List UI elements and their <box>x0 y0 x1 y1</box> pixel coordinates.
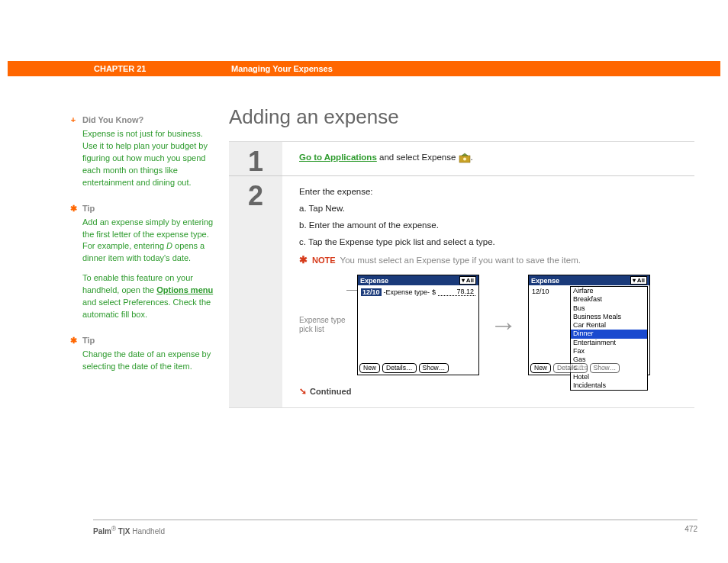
details-button[interactable]: Details… <box>553 363 587 373</box>
step-2-num: 2 <box>248 182 263 210</box>
step-1-text: Go to Applications and select Expense . <box>299 153 687 163</box>
continued-icon: ➘ <box>299 386 307 397</box>
type-option[interactable]: Breakfast <box>571 295 647 304</box>
pointer-line <box>346 290 357 291</box>
amount-field[interactable]: 78.12 <box>438 288 475 296</box>
category-dropdown[interactable]: ▾ All <box>630 276 647 285</box>
type-option[interactable]: Bus <box>571 304 647 313</box>
step-2-list: a. Tap New. b. Enter the amount of the e… <box>299 204 687 246</box>
step-1-num: 1 <box>248 148 263 175</box>
main-content: Adding an expense 1 Go to Applications a… <box>229 105 694 408</box>
tip1-body2: To enable this feature on your handheld,… <box>82 272 216 321</box>
asterisk-icon: ✱ <box>69 203 78 215</box>
type-option[interactable]: Entertainment <box>571 339 647 347</box>
screen-title: Expense <box>531 277 559 285</box>
type-option[interactable]: Car Rental <box>571 321 647 330</box>
new-button[interactable]: New <box>530 363 551 373</box>
svg-point-2 <box>463 158 466 161</box>
footer: Palm® T|X Handheld 472 <box>93 520 697 536</box>
arrow-right-icon: → <box>490 309 517 341</box>
picklist-label: Expense type pick list <box>299 316 346 334</box>
note: ✱ NOTE You must select an Expense type i… <box>299 254 687 265</box>
did-you-know-body: Expense is not just for business. Use it… <box>82 128 216 189</box>
show-button[interactable]: Show… <box>590 363 620 373</box>
expense-type-list[interactable]: AirfareBreakfastBusBusiness MealsCar Ren… <box>570 286 648 391</box>
screen-title: Expense <box>360 277 388 285</box>
category-dropdown[interactable]: ▾ All <box>459 276 476 285</box>
did-you-know-block: + Did You Know? Expense is not just for … <box>82 114 216 189</box>
expense-date[interactable]: 12/10 <box>361 288 382 296</box>
step-2c: c. Tap the Expense type pick list and se… <box>299 237 687 246</box>
type-option[interactable]: Hotel <box>571 373 647 381</box>
page-title: Adding an expense <box>229 105 694 129</box>
page-number: 472 <box>685 525 697 536</box>
palm-screen-before: Expense ▾ All 12/10 -Expense type- $ 78.… <box>357 275 479 375</box>
asterisk-icon: ✱ <box>69 335 78 347</box>
tip1-head: Tip <box>82 203 95 215</box>
tip1-body: Add an expense simply by entering the fi… <box>82 217 216 265</box>
note-label: NOTE <box>312 256 336 265</box>
details-button[interactable]: Details… <box>382 363 416 373</box>
show-button[interactable]: Show… <box>419 363 449 373</box>
expense-date: 12/10 <box>532 288 549 295</box>
tip2-head: Tip <box>82 335 95 347</box>
go-to-applications-link[interactable]: Go to Applications <box>299 153 377 162</box>
type-option[interactable]: Business Meals <box>571 313 647 321</box>
chapter-label: CHAPTER 21 <box>94 64 231 73</box>
note-icon: ✱ <box>299 254 308 265</box>
tip2-body: Change the date of an expense by selecti… <box>82 349 216 373</box>
currency-symbol: $ <box>432 288 436 296</box>
chapter-title: Managing Your Expenses <box>231 64 333 73</box>
step-1: 1 Go to Applications and select Expense … <box>229 142 694 176</box>
svg-marker-1 <box>462 153 468 156</box>
options-menu-link[interactable]: Options menu <box>156 285 213 294</box>
screenshots-row: Expense type pick list Expense ▾ All 12/… <box>299 275 687 375</box>
chapter-header: CHAPTER 21 Managing Your Expenses <box>8 61 720 76</box>
new-button[interactable]: New <box>359 363 380 373</box>
footer-brand: Palm® T|X Handheld <box>93 525 165 536</box>
type-option[interactable]: Incidentals <box>571 381 647 390</box>
tip2-block: ✱ Tip Change the date of an expense by s… <box>82 335 216 373</box>
palm-screen-after: Expense ▾ All 12/10 78.12 AirfareBreakfa… <box>528 275 650 375</box>
sidebar: + Did You Know? Expense is not just for … <box>82 114 216 387</box>
note-text: You must select an Expense type if you w… <box>340 256 581 265</box>
expense-type-field[interactable]: -Expense type- <box>384 288 430 296</box>
plus-icon: + <box>69 114 78 127</box>
tip1-block: ✱ Tip Add an expense simply by entering … <box>82 203 216 321</box>
step-2-intro: Enter the expense: <box>299 187 687 196</box>
step-2a: a. Tap New. <box>299 204 687 213</box>
type-option[interactable]: Airfare <box>571 287 647 295</box>
expense-app-icon <box>459 153 471 163</box>
step-2: 2 Enter the expense: a. Tap New. b. Ente… <box>229 176 694 407</box>
did-you-know-head: Did You Know? <box>82 114 143 127</box>
type-option[interactable]: Dinner <box>571 330 647 338</box>
step-2b: b. Enter the amount of the expense. <box>299 220 687 230</box>
type-option[interactable]: Fax <box>571 347 647 355</box>
